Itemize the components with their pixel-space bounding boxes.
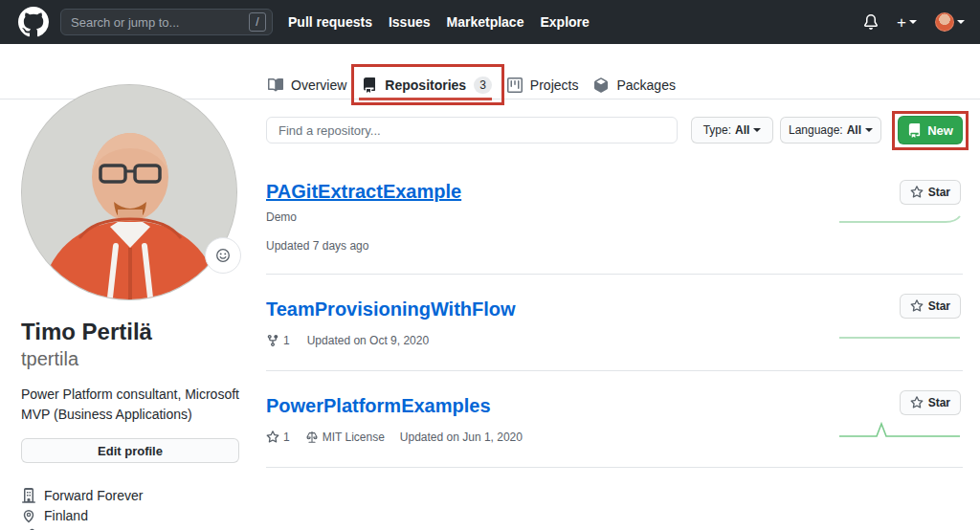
new-repository-button[interactable]: New xyxy=(898,116,963,144)
star-button[interactable]: Star xyxy=(900,390,961,415)
app-header: / Pull requests Issues Marketplace Explo… xyxy=(0,0,980,44)
profile-name: Timo Pertilä xyxy=(21,318,239,346)
repo-row-powerplatformexamples: PowerPlatformExamples 1 MIT License Upda… xyxy=(266,371,963,468)
chevron-down-icon xyxy=(957,20,965,24)
language-filter-dropdown[interactable]: Language: All xyxy=(780,117,881,144)
activity-sparkline xyxy=(838,212,961,235)
nav-pull-requests[interactable]: Pull requests xyxy=(288,14,372,30)
type-filter-label: Type: xyxy=(703,123,731,137)
tab-projects-label: Projects xyxy=(530,77,579,93)
company-text: Forward Forever xyxy=(44,488,143,503)
language-filter-label: Language: xyxy=(789,123,843,137)
global-search: / xyxy=(60,9,273,35)
profile-website: https://timopertila.com xyxy=(21,526,239,530)
avatar-mini xyxy=(935,12,954,32)
repo-link[interactable]: TeamProvisioningWithFlow xyxy=(266,298,516,320)
repositories-count-badge: 3 xyxy=(474,77,492,94)
star-button[interactable]: Star xyxy=(900,180,961,205)
nav-issues[interactable]: Issues xyxy=(389,14,431,30)
profile-details: Forward Forever Finland https://timopert… xyxy=(21,486,239,530)
repo-link[interactable]: PowerPlatformExamples xyxy=(266,394,491,417)
avatar-photo-illustration xyxy=(22,85,237,300)
law-scales-icon xyxy=(305,431,319,444)
fork-count-value: 1 xyxy=(283,334,290,347)
repo-row-teamprovisioningwithflow: TeamProvisioningWithFlow 1 Updated on Oc… xyxy=(266,275,963,371)
slash-key-hint: / xyxy=(249,12,266,32)
star-icon xyxy=(266,431,279,444)
project-board-icon xyxy=(507,77,523,93)
profile-location: Finland xyxy=(21,506,239,525)
language-filter-value: All xyxy=(847,123,861,137)
repo-license: MIT License xyxy=(305,431,385,444)
nav-marketplace[interactable]: Marketplace xyxy=(447,14,524,30)
repo-icon xyxy=(362,77,377,93)
notifications-bell-icon[interactable] xyxy=(863,14,879,30)
license-text: MIT License xyxy=(323,431,385,444)
create-new-menu[interactable]: + xyxy=(897,14,917,31)
new-button-label: New xyxy=(927,123,953,138)
chevron-down-icon xyxy=(909,20,917,24)
smiley-icon xyxy=(215,248,231,263)
set-status-smiley-button[interactable] xyxy=(205,237,241,274)
star-button[interactable]: Star xyxy=(900,294,961,319)
star-count-value: 1 xyxy=(283,431,290,444)
fork-icon xyxy=(266,334,279,347)
tab-overview-label: Overview xyxy=(291,77,346,93)
repo-row-pagitextractexample: PAGitExtractExample Demo Updated 7 days … xyxy=(266,165,963,275)
repo-updated: Updated 7 days ago xyxy=(266,239,368,253)
nav-explore[interactable]: Explore xyxy=(540,14,589,30)
profile-sidebar: Timo Pertilä tpertila Power Platform con… xyxy=(21,84,239,530)
tab-repositories[interactable]: Repositories 3 xyxy=(354,44,500,99)
global-search-input[interactable] xyxy=(71,15,249,30)
star-icon xyxy=(910,186,924,199)
repo-meta: Updated 7 days ago xyxy=(266,239,963,253)
star-count[interactable]: 1 xyxy=(266,431,290,444)
repo-updated: Updated on Jun 1, 2020 xyxy=(400,431,523,444)
type-filter-dropdown[interactable]: Type: All xyxy=(691,117,773,144)
profile-username: tpertila xyxy=(21,346,239,371)
type-filter-value: All xyxy=(735,123,749,137)
header-nav: Pull requests Issues Marketplace Explore xyxy=(288,14,590,30)
activity-sparkline xyxy=(838,417,961,442)
repositories-panel: Type: All Language: All New PAGitExtract… xyxy=(266,116,963,468)
activity-sparkline xyxy=(838,328,961,351)
location-text: Finland xyxy=(44,508,88,523)
repo-filter-bar: Type: All Language: All New xyxy=(266,116,963,144)
book-icon xyxy=(268,77,283,93)
star-icon xyxy=(910,299,924,313)
star-icon xyxy=(910,396,924,409)
location-pin-icon xyxy=(21,508,36,523)
find-repository-input[interactable] xyxy=(266,117,678,144)
tab-projects[interactable]: Projects xyxy=(500,44,587,99)
star-button-label: Star xyxy=(928,396,950,409)
profile-avatar[interactable] xyxy=(21,84,237,300)
star-button-label: Star xyxy=(928,186,950,199)
chevron-down-icon xyxy=(865,128,873,132)
user-menu[interactable] xyxy=(935,12,965,32)
package-icon xyxy=(593,77,609,93)
fork-count[interactable]: 1 xyxy=(266,334,290,347)
edit-profile-button[interactable]: Edit profile xyxy=(21,438,239,463)
github-logo-icon[interactable] xyxy=(18,7,49,37)
profile-bio: Power Platform consultant, Microsoft MVP… xyxy=(21,385,239,425)
active-tab-underline xyxy=(359,98,492,100)
tab-repositories-label: Repositories xyxy=(385,77,466,93)
tab-overview[interactable]: Overview xyxy=(260,44,354,99)
star-button-label: Star xyxy=(928,299,950,313)
plus-icon: + xyxy=(897,14,906,31)
header-right: + xyxy=(863,12,965,32)
chevron-down-icon xyxy=(753,128,761,132)
repo-updated: Updated on Oct 9, 2020 xyxy=(307,334,429,347)
profile-company: Forward Forever xyxy=(21,486,239,505)
repo-icon xyxy=(907,123,922,138)
repo-list: PAGitExtractExample Demo Updated 7 days … xyxy=(266,165,963,468)
tab-packages-label: Packages xyxy=(616,77,675,93)
tab-packages[interactable]: Packages xyxy=(586,44,682,99)
building-icon xyxy=(21,488,36,503)
repo-link[interactable]: PAGitExtractExample xyxy=(266,180,461,203)
